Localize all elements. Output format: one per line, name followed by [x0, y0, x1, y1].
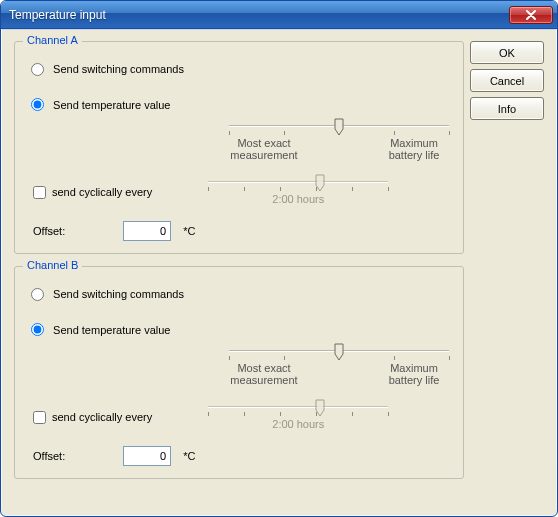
cycle-value-b: 2:00 hours	[208, 418, 388, 430]
slider-label-left: Most exact measurement	[229, 137, 299, 161]
radio-row-switching: Send switching commands	[31, 62, 449, 76]
slider-thumb-icon[interactable]	[334, 343, 344, 361]
group-legend: Channel A	[23, 34, 82, 46]
content-column: Channel A Send switching commands Send t…	[14, 41, 464, 503]
cycle-checkbox-b[interactable]	[33, 411, 46, 424]
slider-thumb-icon[interactable]	[334, 118, 344, 136]
cycle-label: send cyclically every	[52, 186, 152, 198]
radio-switching-a[interactable]	[31, 63, 44, 76]
cycle-slider-b[interactable]	[208, 398, 388, 416]
offset-label: Offset:	[33, 450, 65, 462]
close-icon	[525, 10, 537, 20]
radio-row-switching: Send switching commands	[31, 287, 449, 301]
offset-input-a[interactable]	[123, 221, 171, 241]
radio-temp-label: Send temperature value	[53, 324, 170, 336]
radio-switching-b[interactable]	[31, 288, 44, 301]
mode-slider-block-b: Most exact measurement Maximum battery l…	[229, 342, 449, 386]
cycle-label: send cyclically every	[52, 411, 152, 423]
offset-row-a: Offset: *C	[33, 221, 449, 241]
cycle-checkbox-a[interactable]	[33, 186, 46, 199]
group-channel-b: Channel B Send switching commands Send t…	[14, 266, 464, 479]
radio-row-temp: Send temperature value	[31, 323, 449, 337]
group-channel-a: Channel A Send switching commands Send t…	[14, 41, 464, 254]
cycle-slider-block-b: 2:00 hours	[208, 398, 388, 430]
group-legend: Channel B	[23, 259, 82, 271]
mode-slider-block-a: Most exact measurement Maximum battery l…	[229, 117, 449, 161]
cycle-row-a: send cyclically every 2:00 hours	[33, 179, 449, 205]
radio-temp-a[interactable]	[31, 98, 44, 111]
slider-label-right: Maximum battery life	[379, 362, 449, 386]
offset-label: Offset:	[33, 225, 65, 237]
radio-temp-label: Send temperature value	[53, 99, 170, 111]
cancel-button[interactable]: Cancel	[470, 69, 544, 92]
slider-thumb-icon[interactable]	[315, 399, 325, 417]
mode-slider-b[interactable]	[229, 342, 449, 360]
info-button[interactable]: Info	[470, 97, 544, 120]
offset-unit: *C	[183, 225, 195, 237]
slider-thumb-icon[interactable]	[315, 174, 325, 192]
mode-slider-labels: Most exact measurement Maximum battery l…	[229, 362, 449, 386]
offset-unit: *C	[183, 450, 195, 462]
offset-row-b: Offset: *C	[33, 446, 449, 466]
ok-button[interactable]: OK	[470, 41, 544, 64]
cycle-row-b: send cyclically every 2:00 hours	[33, 404, 449, 430]
slider-track-line	[208, 181, 388, 183]
cycle-slider-block-a: 2:00 hours	[208, 173, 388, 205]
client-area: Channel A Send switching commands Send t…	[2, 29, 556, 515]
radio-row-temp: Send temperature value	[31, 98, 449, 112]
mode-slider-labels: Most exact measurement Maximum battery l…	[229, 137, 449, 161]
cycle-value-a: 2:00 hours	[208, 193, 388, 205]
radio-switching-label: Send switching commands	[53, 63, 184, 75]
offset-input-b[interactable]	[123, 446, 171, 466]
slider-label-right: Maximum battery life	[379, 137, 449, 161]
window-title: Temperature input	[9, 8, 509, 22]
cycle-slider-a[interactable]	[208, 173, 388, 191]
slider-track-line	[208, 406, 388, 408]
radio-switching-label: Send switching commands	[53, 288, 184, 300]
radio-temp-b[interactable]	[31, 323, 44, 336]
mode-slider-a[interactable]	[229, 117, 449, 135]
button-column: OK Cancel Info	[470, 41, 544, 503]
titlebar[interactable]: Temperature input	[1, 1, 557, 29]
slider-label-left: Most exact measurement	[229, 362, 299, 386]
close-button[interactable]	[509, 6, 553, 24]
dialog-window: Temperature input Channel A Send switchi…	[0, 0, 558, 517]
